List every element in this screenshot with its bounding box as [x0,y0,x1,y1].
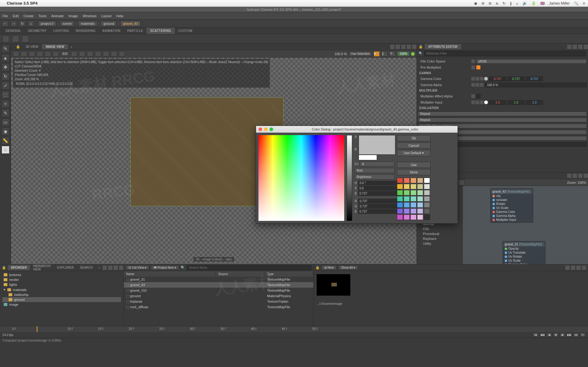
float-select[interactable]: float [355,168,394,173]
color-swatch-b[interactable] [359,155,377,160]
color-swatch[interactable] [404,208,410,214]
close-icon[interactable] [119,266,123,270]
tool-icon[interactable]: ◉ [2,127,9,135]
color-swatch[interactable] [417,214,423,220]
tree-item[interactable]: Utility [418,241,461,246]
tab-search[interactable]: SEARCH [77,265,96,270]
menu-image[interactable]: Image [69,14,78,18]
close-icon[interactable] [582,266,586,270]
node-gravel-31[interactable]: gravel_31 (TextureMapFile) Opacity Uv Tr… [503,241,545,264]
color-swatch[interactable] [424,190,430,195]
loop-button[interactable]: ↻ [580,333,586,337]
stop-button[interactable]: ■ [553,333,559,337]
list-view-select[interactable]: ☰ List View ▾ [126,265,149,270]
timeline-ruler[interactable]: 0 f 10 f 15 f 20 f 25 f 30 f 35 f 40 f 4… [0,326,588,332]
tree-item[interactable]: ▾ materials [2,287,121,292]
lock-icon[interactable]: 🔒 [417,44,425,50]
use-button[interactable]: Use [397,162,431,168]
lock-icon[interactable]: 🔒 [315,266,320,270]
vt-icon[interactable] [45,51,51,57]
use-default-button[interactable]: Use Default ▾ [397,150,431,156]
color-swatch[interactable] [410,214,417,220]
color-swatch[interactable] [424,214,430,220]
close-icon[interactable] [258,127,262,131]
ok-button[interactable]: Ok [397,135,431,141]
vt-icon[interactable] [95,51,101,57]
breadcrumb-seg[interactable]: scene [60,21,74,26]
b2-input[interactable] [358,209,400,214]
shelf-icon[interactable] [22,36,29,42]
repeat-select[interactable]: Repeat [418,112,587,116]
step-fwd-button[interactable]: ▶▶ [567,333,572,337]
panel-icon[interactable] [573,45,577,49]
menu-extra-icon[interactable]: ◉ [474,1,477,6]
gamma-b[interactable]: 0.737 [526,77,543,81]
skip-start-button[interactable]: ⏮ [533,333,538,337]
r-input[interactable] [358,199,400,203]
col-name[interactable]: Name [124,272,216,276]
mult-b[interactable]: 1.0 [526,100,543,105]
play-button[interactable]: ▶ [560,333,565,337]
add-tab-button[interactable]: + [96,265,103,271]
vt-value[interactable]: 0.0 [61,51,69,56]
tab-3d-view[interactable]: 3D VIEW [22,44,42,49]
list-row[interactable]: ⬚ groundMaterialPhysica [124,293,313,299]
sync-icon[interactable]: ⟳ [390,51,396,57]
list-row[interactable]: ⬚ gravel_31TextureMapFile [124,277,313,282]
step-back-button[interactable]: ◀◀ [540,333,545,337]
menu-tools[interactable]: Tools [39,14,47,18]
dialog-titlebar[interactable]: Color Dialog : project://scene/materials… [256,126,458,133]
color-swatch[interactable] [397,196,403,202]
vt-icon[interactable] [71,51,77,57]
ruler-tool-icon[interactable]: 📏 [2,137,9,145]
tab-particle[interactable]: PARTICLE [124,28,146,33]
node-gravel-43[interactable]: gravel_43 (TextureMapFile) city ranslate… [490,188,533,223]
shelf-icon[interactable] [2,36,9,42]
new-button[interactable]: ⊞ New [322,265,337,270]
mult-alpha-checkbox[interactable] [476,94,481,98]
panel-icon[interactable] [565,266,570,270]
panel-icon[interactable] [573,174,577,178]
h-input[interactable] [358,181,400,185]
menu-extra-icon[interactable]: ⧉ [489,1,492,6]
color-swatch[interactable] [424,202,430,208]
brightness-select[interactable]: Brightness [355,174,394,180]
tree-item-selected[interactable]: ground [2,297,121,302]
pre-multiplied-checkbox[interactable] [476,65,481,70]
col-source[interactable]: Source [216,272,265,276]
vt-icon[interactable] [53,51,59,57]
add-tab-button[interactable]: + [68,44,75,50]
color-swatch[interactable] [417,178,423,183]
zoom-value[interactable]: 100.0 % [334,52,347,56]
play-icon[interactable]: ▶ [374,51,380,57]
tab-custom[interactable]: CUSTOM [175,28,195,33]
color-swatch[interactable] [417,202,423,208]
volume-icon[interactable]: 🔊 [522,1,527,6]
timeline-cursor[interactable] [37,326,37,332]
node-tool-icon[interactable] [458,180,465,185]
skip-end-button[interactable]: ⏭ [573,333,579,337]
list-search-input[interactable] [187,265,311,270]
menu-file[interactable]: File [2,14,8,18]
breadcrumb-active[interactable]: gravel_43 [120,21,141,26]
tab-attribute-editor[interactable]: ATTRIBUTE EDITOR [425,44,461,49]
marquee-tool-icon[interactable]: ▭ [2,118,9,126]
lock-icon[interactable]: 🔒 [0,265,8,271]
color-swatch[interactable] [410,202,417,208]
tool-icon[interactable]: ✧ [2,100,9,108]
project-item-select[interactable]: ⬒ Project Item ▾ [151,265,179,270]
lock-icon[interactable]: 🔒 [14,44,22,50]
vt-icon[interactable] [29,51,35,57]
tree-item[interactable]: Raytrace [418,236,461,241]
show-all-select[interactable]: Show All ▾ [338,265,358,270]
attr-search-input[interactable] [424,51,586,56]
close-icon[interactable] [412,45,417,49]
mult-r[interactable]: 1.0 [489,100,506,105]
color-swatch[interactable] [397,202,403,208]
tree-item[interactable]: render [2,277,121,282]
tab-lighting[interactable]: LIGHTING [50,28,72,33]
mult-g[interactable]: 1.0 [507,100,525,105]
panel-icon[interactable] [567,45,571,49]
select-tool-icon[interactable]: ▲ [2,54,9,62]
vt-icon[interactable] [111,51,117,57]
